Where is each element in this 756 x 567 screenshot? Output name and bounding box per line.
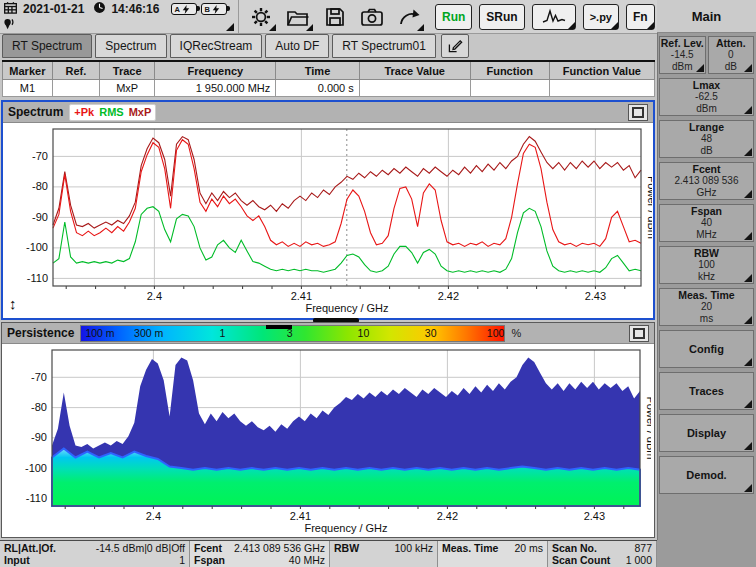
sidebar-button-meas-time[interactable]: Meas. Time20ms	[659, 288, 754, 326]
status-row: Scan No.877	[552, 542, 652, 554]
sidebar-button-label: Fspan	[691, 205, 722, 217]
persistence-chart[interactable]: -70-80-90-100-1102.42.412.422.43Frequenc…	[2, 344, 651, 540]
datetime-status-block[interactable]: 2021-01-21 14:46:16 A B	[0, 0, 239, 33]
svg-text:2.42: 2.42	[438, 290, 459, 302]
sidebar-button-atten-[interactable]: Atten.0dB	[708, 36, 755, 74]
svg-text:-70: -70	[31, 371, 47, 383]
open-file-button[interactable]	[283, 3, 313, 31]
sidebar-button-demod-[interactable]: Demod.	[659, 456, 754, 494]
status-value: 2.413 089 536 GHz	[234, 542, 325, 554]
svg-text:-100: -100	[26, 241, 48, 253]
sidebar-button-fcent[interactable]: Fcent2.413 089 536GHz	[659, 162, 754, 200]
sidebar-button-rbw[interactable]: RBW100kHz	[659, 246, 754, 284]
marker-cell-marker: M1	[3, 80, 53, 97]
persistence-scale-unit: %	[511, 327, 521, 339]
status-value: 1	[179, 554, 185, 566]
status-cell-scan-no-: Scan No.877Scan Count1 000	[548, 541, 657, 567]
column-header-function: Function	[470, 61, 549, 80]
marker-row[interactable]: M1MxP1 950.000 MHz0.000 s	[3, 80, 655, 97]
status-row: Scan Count1 000	[552, 554, 652, 566]
tab-iqrecstream[interactable]: IQRecStream	[170, 34, 263, 58]
run-button[interactable]: Run	[435, 4, 472, 30]
sidebar-button-config[interactable]: Config	[659, 330, 754, 368]
datetime-expand-triangle[interactable]	[226, 23, 234, 31]
submenu-triangle-icon	[744, 106, 752, 114]
tab-rt-spectrum01[interactable]: RT Spectrum01	[332, 34, 436, 58]
redo-arrow-button[interactable]	[394, 3, 424, 31]
svg-text:Frequency / GHz: Frequency / GHz	[305, 302, 388, 314]
svg-text:-70: -70	[32, 150, 48, 162]
spectrum-panel: Spectrum +PkRMSMxP -70-80-90-100-1102.42…	[1, 100, 655, 320]
spectrum-view-button[interactable]	[532, 4, 576, 30]
sidebar-row: Lmax-62.5dBm	[659, 78, 754, 116]
sidebar-button-traces[interactable]: Traces	[659, 372, 754, 410]
sidebar-button-display[interactable]: Display	[659, 414, 754, 452]
status-label: Fspan	[194, 554, 225, 566]
sidebar-button-value: -62.5	[695, 91, 718, 103]
sidebar-button-unit: dB	[700, 145, 712, 157]
trace-legend-chip[interactable]: +PkRMSMxP	[69, 104, 156, 121]
sidebar-row: Config	[659, 330, 754, 368]
submenu-triangle-icon	[744, 316, 752, 324]
status-value: -14.5 dBm|0 dB|Off	[96, 542, 185, 554]
function-keys-button[interactable]: Fn	[626, 4, 655, 30]
python-script-button[interactable]: >.py	[583, 4, 619, 30]
persistence-value-marker[interactable]	[266, 325, 292, 329]
status-label: Scan No.	[552, 542, 597, 554]
sidebar-button-lrange[interactable]: Lrange48dB	[659, 120, 754, 158]
save-button[interactable]	[320, 3, 350, 31]
persistence-scale-label: 30	[425, 327, 437, 339]
marker-table-header: MarkerRef.TraceFrequencyTimeTrace ValueF…	[3, 61, 655, 80]
sidebar-button-label: Config	[689, 343, 724, 355]
screenshot-button[interactable]	[357, 3, 387, 31]
sidebar-button-fspan[interactable]: Fspan40MHz	[659, 204, 754, 242]
y-scale-adjust-icon[interactable]: ↕	[9, 297, 17, 311]
persistence-color-scale[interactable]: 100 m300 m131030100	[80, 325, 505, 342]
status-row: RBW100 kHz	[334, 542, 433, 554]
status-cell-rbw: RBW100 kHz	[330, 541, 438, 567]
view-tab-bar: RT SpectrumSpectrumIQRecStreamAuto DFRT …	[2, 35, 655, 58]
sidebar-button-lmax[interactable]: Lmax-62.5dBm	[659, 78, 754, 116]
svg-text:-80: -80	[32, 180, 48, 192]
sidebar-button-label: Fcent	[692, 163, 720, 175]
svg-text:Frequency / GHz: Frequency / GHz	[304, 522, 387, 534]
marker-cell-ref	[52, 80, 99, 97]
status-label: RBW	[334, 542, 359, 554]
sidebar-button-ref-lev-[interactable]: Ref. Lev.-14.5dBm	[659, 36, 706, 74]
persistence-panel-header[interactable]: Persistence 100 m300 m131030100 %	[2, 323, 654, 344]
status-cell-fcent: Fcent2.413 089 536 GHzFspan40 MHz	[190, 541, 330, 567]
battery-b-indicator: B	[201, 3, 227, 15]
svg-text:2.43: 2.43	[585, 290, 606, 302]
sidebar-button-value: 100	[698, 259, 715, 271]
sidebar-button-unit: ms	[700, 313, 713, 325]
sidebar-button-value: 0	[728, 49, 734, 61]
sidebar-button-value: 48	[701, 133, 712, 145]
edit-tabs-button[interactable]	[441, 34, 469, 58]
svg-text:2.4: 2.4	[147, 290, 162, 302]
spectrum-chart[interactable]: -70-80-90-100-1102.42.412.422.43Frequenc…	[3, 123, 652, 321]
settings-button[interactable]	[246, 3, 276, 31]
battery-a-indicator: A	[171, 3, 197, 15]
persistence-scale-label: 100 m	[85, 327, 114, 339]
column-header-frequency: Frequency	[155, 61, 276, 80]
spectrum-panel-title: Spectrum	[8, 105, 63, 119]
sidebar-row: Fcent2.413 089 536GHz	[659, 162, 754, 200]
tab-spectrum[interactable]: Spectrum	[95, 34, 166, 58]
calendar-icon	[2, 0, 19, 19]
sidebar-button-label: Demod.	[686, 469, 726, 481]
column-header-trace: Trace	[100, 61, 155, 80]
sidebar-button-value: -14.5	[671, 49, 694, 61]
sidebar-button-label: Lmax	[693, 79, 720, 91]
tab-auto-df[interactable]: Auto DF	[265, 34, 329, 58]
status-row: Input1	[4, 554, 185, 566]
restore-window-button[interactable]	[628, 104, 648, 121]
column-header-functionvalue: Function Value	[549, 61, 654, 80]
restore-window-button[interactable]	[629, 325, 649, 342]
persistence-scale-label: 1	[219, 327, 225, 339]
sidebar-button-label: Traces	[689, 385, 724, 397]
svg-text:-100: -100	[25, 462, 47, 474]
single-run-button[interactable]: SRun	[479, 4, 524, 30]
tab-rt-spectrum[interactable]: RT Spectrum	[2, 34, 92, 58]
sidebar-button-value: 20	[701, 301, 712, 313]
spectrum-panel-header[interactable]: Spectrum +PkRMSMxP	[3, 102, 653, 123]
